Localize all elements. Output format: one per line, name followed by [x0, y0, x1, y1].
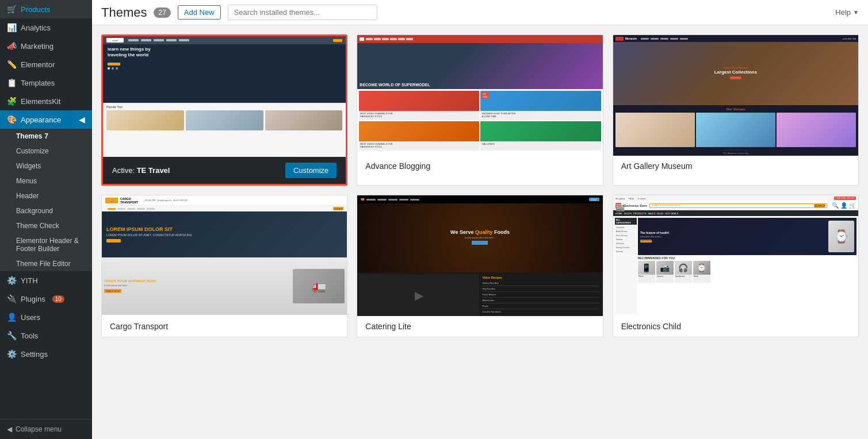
theme-card-te-travel[interactable]: travel learn new things bytraveling the … — [101, 34, 347, 186]
yith-icon: ⚙️ — [7, 276, 16, 285]
collapse-menu[interactable]: ◀ Collapse menu — [0, 419, 92, 439]
settings-icon: ⚙️ — [7, 349, 16, 359]
sidebar-subitem-background[interactable]: Background — [0, 203, 92, 218]
active-theme-name: TE Travel — [137, 166, 170, 175]
sidebar-item-products[interactable]: 🛒 Products — [0, 0, 92, 18]
sidebar-subitem-widgets[interactable]: Widgets — [0, 159, 92, 174]
sidebar-subitem-theme-check[interactable]: Theme Check — [0, 218, 92, 233]
collapse-arrow-icon: ◀ — [7, 425, 12, 433]
sidebar-subitem-header[interactable]: Header — [0, 188, 92, 203]
sidebar-subitem-customize[interactable]: Customize — [0, 144, 92, 159]
help-button[interactable]: Help ▼ — [835, 8, 859, 17]
te-travel-logo: travel — [106, 38, 124, 43]
theme-card-electronics-child[interactable]: ShoppingFAQsContact TODAY DEAL: 60% OFF!… — [613, 195, 859, 337]
topbar: Themes 27 Add New Help ▼ — [92, 0, 868, 25]
sidebar-item-templates[interactable]: 📋 Templates — [0, 74, 92, 92]
elementskit-icon: 🧩 — [7, 97, 16, 106]
page-title: Themes — [101, 5, 147, 20]
sidebar-item-label: Appearance — [21, 115, 61, 124]
sidebar-item-label: Templates — [21, 79, 55, 87]
sidebar-item-users[interactable]: 👤 Users — [0, 308, 92, 326]
appearance-icon: 🎨 — [7, 115, 16, 124]
themes-grid: travel learn new things bytraveling the … — [92, 25, 868, 439]
sidebar-item-analytics[interactable]: 📊 Analytics — [0, 18, 92, 37]
help-label: Help — [835, 8, 851, 17]
theme-thumbnail-electronics: ShoppingFAQsContact TODAY DEAL: 60% OFF!… — [613, 195, 858, 316]
theme-card-art-gallery-museum[interactable]: Museum +123 456 789 One of The World's L… — [613, 34, 859, 186]
search-input[interactable] — [228, 5, 377, 20]
theme-thumbnail-catering: 🍽 Order We Serve Quality Foods Lorem ips… — [357, 195, 602, 316]
theme-thumbnail-te-travel: travel learn new things bytraveling the … — [103, 36, 346, 157]
sidebar-item-label: Marketing — [21, 42, 53, 51]
theme-card-cargo-transport[interactable]: 🚚 CARGOTRANSPORT +123-456-7891 @info@car… — [101, 195, 347, 337]
sidebar-item-appearance[interactable]: 🎨 Appearance ◀ — [0, 110, 92, 129]
themes-badge: 7 — [44, 132, 48, 140]
sidebar-item-label: Tools — [21, 332, 38, 340]
customize-button[interactable]: Customize — [285, 163, 337, 178]
sidebar-item-label: Plugins — [21, 295, 45, 303]
themes-label: Themes — [16, 132, 42, 140]
active-theme-text: Active: TE Travel — [112, 166, 170, 175]
tools-icon: 🔧 — [7, 331, 16, 340]
sidebar-subitem-themes[interactable]: Themes 7 — [0, 129, 92, 144]
theme-thumbnail-art-gallery: Museum +123 456 789 One of The World's L… — [613, 35, 858, 156]
main-content: Themes 27 Add New Help ▼ travel — [92, 0, 868, 439]
plugins-badge: 10 — [52, 295, 64, 303]
theme-name-art-gallery: Art Gallery Museum — [613, 156, 858, 176]
theme-card-catering-lite[interactable]: 🍽 Order We Serve Quality Foods Lorem ips… — [357, 195, 603, 337]
help-caret-icon: ▼ — [853, 9, 859, 16]
sidebar-item-label: Analytics — [21, 24, 51, 32]
sidebar-item-marketing[interactable]: 📣 Marketing — [0, 37, 92, 55]
plugins-icon: 🔌 — [7, 294, 16, 303]
sidebar-item-label: Elementor — [21, 60, 55, 69]
collapse-label: Collapse menu — [16, 425, 62, 433]
sidebar-item-tools[interactable]: 🔧 Tools — [0, 326, 92, 345]
sidebar: 🛒 Products 📊 Analytics 📣 Marketing ✏️ El… — [0, 0, 92, 439]
elementor-icon: ✏️ — [7, 60, 16, 69]
theme-name-advance-blogging: Advance Blogging — [357, 156, 602, 176]
sidebar-subitem-theme-file-editor[interactable]: Theme File Editor — [0, 256, 92, 271]
sidebar-item-yith[interactable]: ⚙️ YITH — [0, 271, 92, 290]
themes-count-badge: 27 — [154, 7, 170, 18]
theme-thumbnail-cargo: 🚚 CARGOTRANSPORT +123-456-7891 @info@car… — [102, 195, 347, 316]
templates-icon: 📋 — [7, 78, 16, 87]
theme-card-advance-blogging[interactable]: BECOME WORLD OF SUPERMODEL BEST VIDEO CH… — [357, 34, 603, 186]
sidebar-item-label: Products — [21, 5, 50, 14]
sidebar-item-settings[interactable]: ⚙️ Settings — [0, 345, 92, 363]
analytics-icon: 📊 — [7, 23, 16, 32]
sidebar-item-label: Settings — [21, 350, 48, 359]
sidebar-subitem-menus[interactable]: Menus — [0, 174, 92, 188]
sidebar-subitem-elementor-header-footer[interactable]: Elementor Header & Footer Builder — [0, 233, 92, 256]
active-theme-bar: Active: TE Travel Customize — [103, 157, 346, 184]
sidebar-item-label: YITH — [21, 276, 38, 285]
theme-name-catering: Catering Lite — [357, 316, 602, 337]
appearance-submenu: Themes 7 Customize Widgets Menus Header … — [0, 129, 92, 271]
sidebar-item-elementor[interactable]: ✏️ Elementor — [0, 55, 92, 74]
theme-thumbnail-advance-blogging: BECOME WORLD OF SUPERMODEL BEST VIDEO CH… — [357, 35, 602, 156]
sidebar-item-plugins[interactable]: 🔌 Plugins 10 — [0, 290, 92, 308]
theme-name-electronics: Electronics Child — [613, 316, 858, 337]
sidebar-item-label: ElementsKit — [21, 97, 60, 106]
sidebar-item-label: Users — [21, 313, 40, 322]
sidebar-item-elementskit[interactable]: 🧩 ElementsKit — [0, 92, 92, 110]
users-icon: 👤 — [7, 313, 16, 322]
theme-name-cargo: Cargo Transport — [102, 316, 347, 337]
add-new-button[interactable]: Add New — [178, 5, 221, 20]
products-icon: 🛒 — [7, 5, 16, 14]
marketing-icon: 📣 — [7, 41, 16, 51]
